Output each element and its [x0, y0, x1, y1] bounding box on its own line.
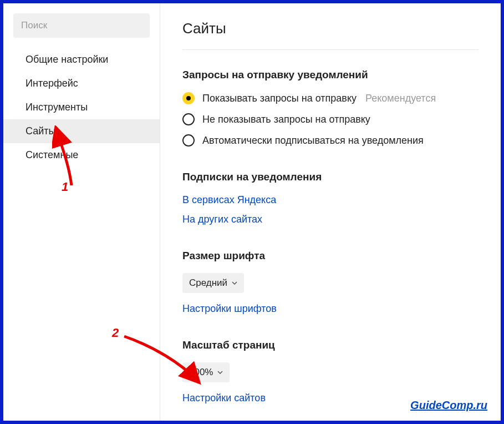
sidebar-nav: Общие настройки Интерфейс Инструменты Са… — [3, 48, 160, 167]
section-subscriptions: Подписки на уведомления В сервисах Яндек… — [182, 171, 478, 225]
link-other-sites[interactable]: На других сайтах — [182, 214, 478, 225]
section-title: Масштаб страниц — [182, 339, 478, 351]
font-size-dropdown[interactable]: Средний — [182, 273, 244, 293]
radio-option-hide[interactable]: Не показывать запросы на отправку — [182, 113, 478, 125]
search-box[interactable] — [13, 13, 150, 38]
dropdown-value: 100% — [189, 367, 213, 378]
zoom-dropdown[interactable]: 100% — [182, 362, 230, 382]
radio-icon — [182, 92, 195, 104]
radio-icon — [182, 134, 195, 147]
section-page-zoom: Масштаб страниц 100% Настройки сайтов — [182, 339, 478, 404]
sidebar-item-general[interactable]: Общие настройки — [3, 48, 160, 72]
sidebar-item-sites[interactable]: Сайты — [3, 119, 160, 143]
section-notification-requests: Запросы на отправку уведомлений Показыва… — [182, 69, 478, 147]
radio-hint: Рекомендуется — [365, 93, 436, 104]
link-yandex-services[interactable]: В сервисах Яндекса — [182, 194, 478, 206]
radio-label: Показывать запросы на отправку — [202, 93, 357, 104]
link-site-settings[interactable]: Настройки сайтов — [182, 392, 478, 404]
sidebar-item-interface[interactable]: Интерфейс — [3, 72, 160, 95]
chevron-down-icon — [232, 281, 237, 285]
section-font-size: Размер шрифта Средний Настройки шрифтов — [182, 250, 478, 315]
radio-label: Не показывать запросы на отправку — [202, 114, 370, 125]
page-title: Сайты — [182, 20, 478, 50]
sidebar-item-tools[interactable]: Инструменты — [3, 95, 160, 119]
radio-option-auto[interactable]: Автоматически подписываться на уведомлен… — [182, 134, 478, 147]
section-title: Запросы на отправку уведомлений — [182, 69, 478, 81]
radio-label: Автоматически подписываться на уведомлен… — [202, 135, 424, 147]
chevron-down-icon — [217, 371, 223, 374]
radio-icon — [182, 113, 195, 125]
settings-main: Сайты Запросы на отправку уведомлений По… — [160, 3, 501, 421]
section-title: Размер шрифта — [182, 250, 478, 262]
settings-sidebar: Общие настройки Интерфейс Инструменты Са… — [3, 3, 160, 421]
section-title: Подписки на уведомления — [182, 171, 478, 183]
dropdown-value: Средний — [189, 277, 227, 289]
settings-window: Общие настройки Интерфейс Инструменты Са… — [0, 0, 504, 424]
sidebar-item-system[interactable]: Системные — [3, 143, 160, 167]
link-font-settings[interactable]: Настройки шрифтов — [182, 303, 478, 315]
radio-option-show[interactable]: Показывать запросы на отправку Рекоменду… — [182, 92, 478, 104]
search-input[interactable] — [21, 20, 142, 31]
